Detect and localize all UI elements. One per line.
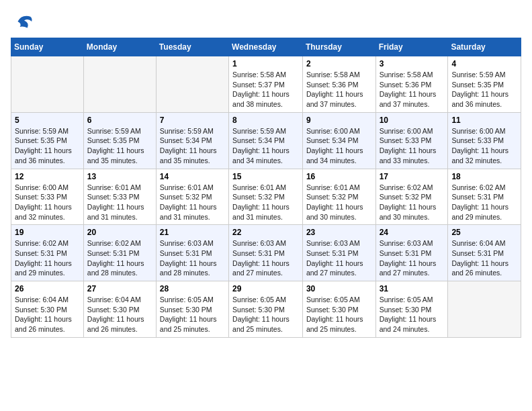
- day-info: Sunrise: 6:02 AMSunset: 5:31 PMDaylight:…: [451, 183, 517, 222]
- calendar-cell: 19Sunrise: 6:02 AMSunset: 5:31 PMDayligh…: [11, 225, 84, 281]
- calendar-cell: [156, 56, 228, 113]
- day-number: 25: [451, 228, 517, 237]
- day-number: 10: [380, 116, 445, 125]
- day-number: 3: [380, 59, 445, 68]
- day-info: Sunrise: 6:04 AMSunset: 5:31 PMDaylight:…: [451, 238, 517, 278]
- day-info: Sunrise: 6:01 AMSunset: 5:33 PMDaylight:…: [87, 183, 152, 222]
- day-number: 26: [15, 284, 80, 293]
- day-header-friday: Friday: [375, 38, 448, 56]
- calendar-cell: 29Sunrise: 6:05 AMSunset: 5:30 PMDayligh…: [229, 281, 303, 338]
- day-info: Sunrise: 5:59 AMSunset: 5:34 PMDaylight:…: [160, 126, 225, 166]
- calendar-header-row: SundayMondayTuesdayWednesdayThursdayFrid…: [11, 38, 521, 56]
- day-info: Sunrise: 6:02 AMSunset: 5:31 PMDaylight:…: [87, 238, 152, 278]
- day-info: Sunrise: 6:00 AMSunset: 5:33 PMDaylight:…: [451, 126, 517, 166]
- day-number: 4: [451, 59, 517, 68]
- calendar-cell: 27Sunrise: 6:04 AMSunset: 5:30 PMDayligh…: [83, 281, 156, 338]
- day-info: Sunrise: 6:03 AMSunset: 5:31 PMDaylight:…: [380, 238, 445, 278]
- calendar-week-4: 19Sunrise: 6:02 AMSunset: 5:31 PMDayligh…: [11, 225, 521, 281]
- calendar-cell: 6Sunrise: 5:59 AMSunset: 5:35 PMDaylight…: [83, 112, 156, 169]
- calendar-cell: 13Sunrise: 6:01 AMSunset: 5:33 PMDayligh…: [83, 169, 156, 225]
- day-number: 31: [380, 284, 445, 293]
- day-header-tuesday: Tuesday: [156, 38, 228, 56]
- day-number: 19: [15, 228, 80, 237]
- day-number: 8: [232, 116, 299, 125]
- day-info: Sunrise: 6:05 AMSunset: 5:30 PMDaylight:…: [380, 295, 445, 334]
- calendar-cell: 3Sunrise: 5:58 AMSunset: 5:36 PMDaylight…: [375, 56, 448, 113]
- calendar-cell: 28Sunrise: 6:05 AMSunset: 5:30 PMDayligh…: [156, 281, 228, 338]
- day-number: 20: [87, 228, 152, 237]
- calendar-cell: 7Sunrise: 5:59 AMSunset: 5:34 PMDaylight…: [156, 112, 228, 169]
- day-number: 14: [160, 172, 225, 181]
- day-number: 6: [87, 116, 152, 125]
- calendar-cell: 9Sunrise: 6:00 AMSunset: 5:34 PMDaylight…: [302, 112, 375, 169]
- day-info: Sunrise: 6:04 AMSunset: 5:30 PMDaylight:…: [87, 295, 152, 334]
- day-number: 7: [160, 116, 225, 125]
- calendar-cell: 16Sunrise: 6:01 AMSunset: 5:32 PMDayligh…: [302, 169, 375, 225]
- day-header-sunday: Sunday: [11, 38, 84, 56]
- calendar-cell: 31Sunrise: 6:05 AMSunset: 5:30 PMDayligh…: [375, 281, 448, 338]
- day-info: Sunrise: 6:01 AMSunset: 5:32 PMDaylight:…: [232, 183, 299, 222]
- calendar-cell: 12Sunrise: 6:00 AMSunset: 5:33 PMDayligh…: [11, 169, 84, 225]
- calendar-cell: 18Sunrise: 6:02 AMSunset: 5:31 PMDayligh…: [448, 169, 521, 225]
- day-header-monday: Monday: [83, 38, 156, 56]
- calendar-cell: 24Sunrise: 6:03 AMSunset: 5:31 PMDayligh…: [375, 225, 448, 281]
- day-number: 9: [306, 116, 372, 125]
- calendar-cell: 26Sunrise: 6:04 AMSunset: 5:30 PMDayligh…: [11, 281, 84, 338]
- calendar-table: SundayMondayTuesdayWednesdayThursdayFrid…: [11, 38, 521, 338]
- calendar-cell: 5Sunrise: 5:59 AMSunset: 5:35 PMDaylight…: [11, 112, 84, 169]
- day-header-wednesday: Wednesday: [229, 38, 303, 56]
- day-number: 29: [232, 284, 299, 293]
- day-number: 17: [380, 172, 445, 181]
- day-info: Sunrise: 5:59 AMSunset: 5:35 PMDaylight:…: [451, 70, 517, 109]
- calendar-cell: 11Sunrise: 6:00 AMSunset: 5:33 PMDayligh…: [448, 112, 521, 169]
- day-number: 13: [87, 172, 152, 181]
- calendar-cell: [11, 56, 84, 113]
- day-info: Sunrise: 5:58 AMSunset: 5:36 PMDaylight:…: [306, 70, 372, 109]
- page-header: [11, 11, 521, 32]
- calendar-cell: 23Sunrise: 6:03 AMSunset: 5:31 PMDayligh…: [302, 225, 375, 281]
- day-number: 21: [160, 228, 225, 237]
- calendar-cell: 2Sunrise: 5:58 AMSunset: 5:36 PMDaylight…: [302, 56, 375, 113]
- calendar-cell: 10Sunrise: 6:00 AMSunset: 5:33 PMDayligh…: [375, 112, 448, 169]
- day-number: 30: [306, 284, 372, 293]
- day-info: Sunrise: 6:04 AMSunset: 5:30 PMDaylight:…: [15, 295, 80, 334]
- logo: [11, 11, 35, 32]
- calendar-cell: 22Sunrise: 6:03 AMSunset: 5:31 PMDayligh…: [229, 225, 303, 281]
- day-info: Sunrise: 5:58 AMSunset: 5:36 PMDaylight:…: [380, 70, 445, 109]
- day-number: 1: [232, 59, 299, 68]
- calendar-cell: 30Sunrise: 6:05 AMSunset: 5:30 PMDayligh…: [302, 281, 375, 338]
- day-number: 22: [232, 228, 299, 237]
- day-info: Sunrise: 6:00 AMSunset: 5:34 PMDaylight:…: [306, 126, 372, 166]
- calendar-week-3: 12Sunrise: 6:00 AMSunset: 5:33 PMDayligh…: [11, 169, 521, 225]
- calendar-cell: 15Sunrise: 6:01 AMSunset: 5:32 PMDayligh…: [229, 169, 303, 225]
- day-info: Sunrise: 6:02 AMSunset: 5:32 PMDaylight:…: [380, 183, 445, 222]
- day-number: 15: [232, 172, 299, 181]
- calendar-cell: 4Sunrise: 5:59 AMSunset: 5:35 PMDaylight…: [448, 56, 521, 113]
- day-number: 2: [306, 59, 372, 68]
- calendar-cell: [83, 56, 156, 113]
- day-info: Sunrise: 6:05 AMSunset: 5:30 PMDaylight:…: [160, 295, 225, 334]
- day-number: 18: [451, 172, 517, 181]
- calendar-cell: [448, 281, 521, 338]
- calendar-cell: 17Sunrise: 6:02 AMSunset: 5:32 PMDayligh…: [375, 169, 448, 225]
- day-header-saturday: Saturday: [448, 38, 521, 56]
- day-number: 28: [160, 284, 225, 293]
- day-info: Sunrise: 6:01 AMSunset: 5:32 PMDaylight:…: [306, 183, 372, 222]
- calendar-cell: 14Sunrise: 6:01 AMSunset: 5:32 PMDayligh…: [156, 169, 228, 225]
- calendar-cell: 8Sunrise: 5:59 AMSunset: 5:34 PMDaylight…: [229, 112, 303, 169]
- calendar-cell: 20Sunrise: 6:02 AMSunset: 5:31 PMDayligh…: [83, 225, 156, 281]
- calendar-cell: 25Sunrise: 6:04 AMSunset: 5:31 PMDayligh…: [448, 225, 521, 281]
- calendar-cell: 1Sunrise: 5:58 AMSunset: 5:37 PMDaylight…: [229, 56, 303, 113]
- day-info: Sunrise: 5:58 AMSunset: 5:37 PMDaylight:…: [232, 70, 299, 109]
- day-info: Sunrise: 6:03 AMSunset: 5:31 PMDaylight:…: [160, 238, 225, 278]
- day-number: 12: [15, 172, 80, 181]
- day-info: Sunrise: 5:59 AMSunset: 5:34 PMDaylight:…: [232, 126, 299, 166]
- day-number: 23: [306, 228, 372, 237]
- day-info: Sunrise: 6:03 AMSunset: 5:31 PMDaylight:…: [306, 238, 372, 278]
- day-number: 24: [380, 228, 445, 237]
- day-info: Sunrise: 6:05 AMSunset: 5:30 PMDaylight:…: [232, 295, 299, 334]
- day-info: Sunrise: 6:00 AMSunset: 5:33 PMDaylight:…: [15, 183, 80, 222]
- calendar-week-5: 26Sunrise: 6:04 AMSunset: 5:30 PMDayligh…: [11, 281, 521, 338]
- day-info: Sunrise: 6:03 AMSunset: 5:31 PMDaylight:…: [232, 238, 299, 278]
- day-number: 27: [87, 284, 152, 293]
